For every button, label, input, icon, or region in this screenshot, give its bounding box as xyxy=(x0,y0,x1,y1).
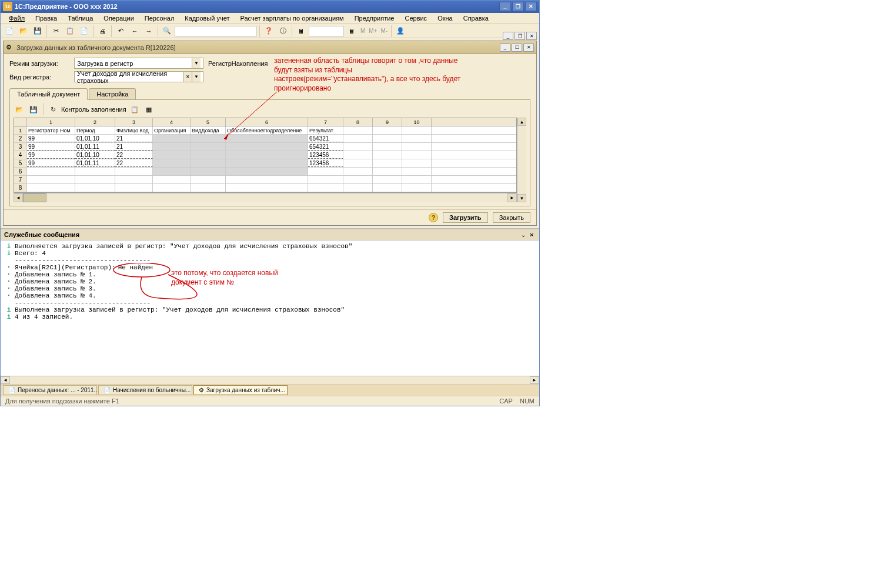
main-scroll-left-icon[interactable]: ◄ xyxy=(1,376,10,384)
minimize-button[interactable]: _ xyxy=(499,2,511,11)
load-button[interactable]: Загрузить xyxy=(443,212,488,223)
close-button[interactable]: ✕ xyxy=(525,2,537,11)
cell[interactable] xyxy=(402,151,432,159)
menu-payroll[interactable]: Расчет зарплаты по организациям xyxy=(235,14,348,23)
new-icon[interactable]: 📄 xyxy=(3,25,16,38)
cell[interactable] xyxy=(191,184,226,192)
cell[interactable] xyxy=(373,143,402,151)
cell[interactable] xyxy=(191,143,226,151)
refresh-icon[interactable]: ↻ xyxy=(47,103,59,115)
messages-body[interactable]: iВыполняется загрузка записей в регистр:… xyxy=(1,240,539,376)
table-row[interactable]: 6 xyxy=(14,168,516,176)
cell[interactable]: 3 xyxy=(14,143,27,151)
scroll-left-icon[interactable]: ◄ xyxy=(14,193,23,202)
table-row[interactable]: 29901,01,1021654321 xyxy=(14,135,516,143)
data-grid[interactable]: 12345678910 1Регистратор НомПериодФизЛиц… xyxy=(14,118,517,193)
copy-icon[interactable]: 📋 xyxy=(64,25,76,38)
cell[interactable] xyxy=(153,135,191,142)
user-icon[interactable]: 👤 xyxy=(394,25,407,38)
menu-windows[interactable]: Окна xyxy=(433,14,457,23)
cell[interactable] xyxy=(343,159,373,167)
disk-icon[interactable]: 💾 xyxy=(28,103,39,115)
help-icon[interactable]: ? xyxy=(429,213,438,222)
help-toolbar-icon[interactable]: ❓ xyxy=(262,25,275,38)
cell[interactable] xyxy=(343,135,373,142)
cell[interactable]: 654321 xyxy=(308,135,343,142)
menu-edit[interactable]: Правка xyxy=(31,14,62,23)
cell[interactable] xyxy=(343,143,373,151)
cell[interactable] xyxy=(402,176,432,183)
dialog-maximize-button[interactable]: ☐ xyxy=(512,44,522,52)
cell[interactable]: 8 xyxy=(14,184,27,192)
cell[interactable] xyxy=(115,168,153,175)
cell[interactable] xyxy=(115,184,153,192)
grid-vscroll[interactable]: ▲ ▼ xyxy=(517,118,526,202)
cell[interactable]: 4 xyxy=(14,151,27,159)
cell[interactable] xyxy=(75,184,115,192)
scroll-up-icon[interactable]: ▲ xyxy=(517,118,526,126)
cell[interactable] xyxy=(373,184,402,192)
folder-icon[interactable]: 📂 xyxy=(14,103,25,115)
doc-icon[interactable]: 📋 xyxy=(129,103,141,115)
info-icon[interactable]: ⓘ xyxy=(276,25,289,38)
table-row[interactable]: 49901,01,1022123456 xyxy=(14,151,516,159)
menu-file[interactable]: Файл xyxy=(4,14,29,23)
task-1[interactable]: 📄Переносы данных: ... - 2011... xyxy=(3,385,97,395)
cell[interactable] xyxy=(226,159,308,167)
cell[interactable] xyxy=(226,176,308,183)
find-icon[interactable]: 🔍 xyxy=(161,25,173,38)
maximize-button[interactable]: ❐ xyxy=(512,2,524,11)
cell[interactable] xyxy=(373,168,402,175)
cell[interactable]: 99 xyxy=(27,143,75,151)
cell[interactable] xyxy=(27,176,75,183)
cell[interactable] xyxy=(343,168,373,175)
cell[interactable]: 01,01,10 xyxy=(75,151,115,159)
mode-select[interactable]: Загрузка в регистр ▼ xyxy=(74,58,203,69)
cell[interactable] xyxy=(226,168,308,175)
cell[interactable]: 5 xyxy=(14,159,27,167)
cell[interactable]: 7 xyxy=(14,176,27,183)
table-row[interactable]: 7 xyxy=(14,176,516,184)
cell[interactable] xyxy=(75,168,115,175)
main-scroll-right-icon[interactable]: ► xyxy=(530,376,539,384)
scroll-right-icon[interactable]: ► xyxy=(507,193,517,202)
table-row[interactable]: 59901,01,1122123456 xyxy=(14,159,516,168)
cell[interactable]: 22 xyxy=(115,159,153,167)
tab-settings[interactable]: Настройка xyxy=(89,88,136,100)
cell[interactable] xyxy=(27,168,75,175)
menu-table[interactable]: Таблица xyxy=(63,14,98,23)
close-dialog-button[interactable]: Закрыть xyxy=(493,212,530,223)
table-row[interactable]: 39901,01,1121654321 xyxy=(14,143,516,151)
paste-icon[interactable]: 📄 xyxy=(78,25,91,38)
cell[interactable] xyxy=(153,184,191,192)
open-icon[interactable]: 📂 xyxy=(17,25,30,38)
dialog-minimize-button[interactable]: _ xyxy=(500,44,510,52)
menu-hr[interactable]: Кадровый учет xyxy=(180,14,234,23)
cell[interactable]: 22 xyxy=(115,151,153,159)
cell[interactable] xyxy=(153,151,191,159)
undo-icon[interactable]: ↶ xyxy=(114,25,127,38)
cell[interactable] xyxy=(373,159,402,167)
cell[interactable] xyxy=(115,176,153,183)
control-fill-label[interactable]: Контроль заполнения xyxy=(61,106,126,113)
cell[interactable] xyxy=(75,176,115,183)
cell[interactable] xyxy=(343,151,373,159)
cell[interactable] xyxy=(402,143,432,151)
main-hscroll[interactable]: ◄ ► xyxy=(1,376,539,384)
cell[interactable]: 99 xyxy=(27,159,75,167)
cell[interactable] xyxy=(191,168,226,175)
grid-hscroll[interactable]: ◄ ► xyxy=(14,193,517,202)
calc-icon[interactable]: 🖩 xyxy=(295,25,308,38)
save-icon[interactable]: 💾 xyxy=(31,25,44,38)
clear-icon[interactable]: ✕ xyxy=(183,72,192,82)
cell[interactable] xyxy=(343,184,373,192)
cell[interactable] xyxy=(153,176,191,183)
cell[interactable]: 01,01,11 xyxy=(75,159,115,167)
mdi-minimize-button[interactable]: _ xyxy=(503,32,513,40)
menu-enterprise[interactable]: Предприятие xyxy=(350,14,399,23)
cell[interactable]: 123456 xyxy=(308,159,343,167)
cell[interactable] xyxy=(226,151,308,159)
cell[interactable] xyxy=(402,159,432,167)
scroll-down-icon[interactable]: ▼ xyxy=(517,194,526,202)
table-row[interactable]: 8 xyxy=(14,184,516,192)
